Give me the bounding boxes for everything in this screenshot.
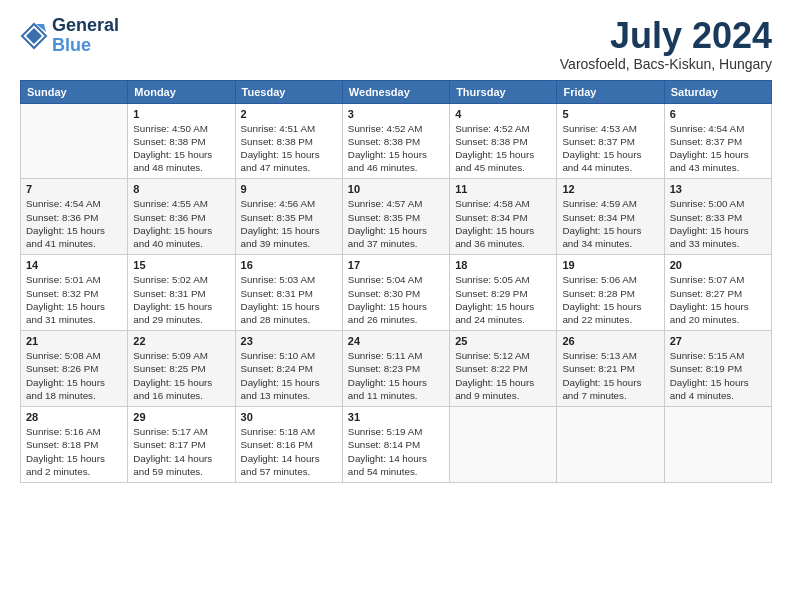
day-info: Sunrise: 5:18 AMSunset: 8:16 PMDaylight:… (241, 425, 337, 478)
cell-week1-day3: 2Sunrise: 4:51 AMSunset: 8:38 PMDaylight… (235, 103, 342, 179)
day-info: Sunrise: 5:00 AMSunset: 8:33 PMDaylight:… (670, 197, 766, 250)
day-number: 10 (348, 183, 444, 195)
day-info: Sunrise: 4:51 AMSunset: 8:38 PMDaylight:… (241, 122, 337, 175)
cell-week2-day7: 13Sunrise: 5:00 AMSunset: 8:33 PMDayligh… (664, 179, 771, 255)
day-number: 5 (562, 108, 658, 120)
cell-week2-day5: 11Sunrise: 4:58 AMSunset: 8:34 PMDayligh… (450, 179, 557, 255)
day-number: 12 (562, 183, 658, 195)
day-info: Sunrise: 5:15 AMSunset: 8:19 PMDaylight:… (670, 349, 766, 402)
logo: GeneralBlue (20, 16, 119, 56)
week-row-5: 28Sunrise: 5:16 AMSunset: 8:18 PMDayligh… (21, 407, 772, 483)
cell-week5-day1: 28Sunrise: 5:16 AMSunset: 8:18 PMDayligh… (21, 407, 128, 483)
subtitle: Varosfoeld, Bacs-Kiskun, Hungary (560, 56, 772, 72)
day-number: 26 (562, 335, 658, 347)
day-number: 4 (455, 108, 551, 120)
cell-week4-day2: 22Sunrise: 5:09 AMSunset: 8:25 PMDayligh… (128, 331, 235, 407)
day-number: 29 (133, 411, 229, 423)
cell-week2-day3: 9Sunrise: 4:56 AMSunset: 8:35 PMDaylight… (235, 179, 342, 255)
cell-week5-day5 (450, 407, 557, 483)
day-info: Sunrise: 5:09 AMSunset: 8:25 PMDaylight:… (133, 349, 229, 402)
cell-week1-day2: 1Sunrise: 4:50 AMSunset: 8:38 PMDaylight… (128, 103, 235, 179)
day-info: Sunrise: 5:01 AMSunset: 8:32 PMDaylight:… (26, 273, 122, 326)
col-header-friday: Friday (557, 80, 664, 103)
day-number: 24 (348, 335, 444, 347)
cell-week4-day5: 25Sunrise: 5:12 AMSunset: 8:22 PMDayligh… (450, 331, 557, 407)
logo-text: GeneralBlue (52, 16, 119, 56)
day-info: Sunrise: 5:10 AMSunset: 8:24 PMDaylight:… (241, 349, 337, 402)
day-number: 16 (241, 259, 337, 271)
col-header-sunday: Sunday (21, 80, 128, 103)
day-number: 19 (562, 259, 658, 271)
cell-week2-day6: 12Sunrise: 4:59 AMSunset: 8:34 PMDayligh… (557, 179, 664, 255)
cell-week3-day1: 14Sunrise: 5:01 AMSunset: 8:32 PMDayligh… (21, 255, 128, 331)
day-info: Sunrise: 5:11 AMSunset: 8:23 PMDaylight:… (348, 349, 444, 402)
day-number: 13 (670, 183, 766, 195)
day-number: 17 (348, 259, 444, 271)
day-info: Sunrise: 5:13 AMSunset: 8:21 PMDaylight:… (562, 349, 658, 402)
day-number: 8 (133, 183, 229, 195)
day-number: 14 (26, 259, 122, 271)
cell-week3-day5: 18Sunrise: 5:05 AMSunset: 8:29 PMDayligh… (450, 255, 557, 331)
cell-week4-day6: 26Sunrise: 5:13 AMSunset: 8:21 PMDayligh… (557, 331, 664, 407)
cell-week4-day7: 27Sunrise: 5:15 AMSunset: 8:19 PMDayligh… (664, 331, 771, 407)
cell-week2-day1: 7Sunrise: 4:54 AMSunset: 8:36 PMDaylight… (21, 179, 128, 255)
cell-week1-day1 (21, 103, 128, 179)
col-header-tuesday: Tuesday (235, 80, 342, 103)
cell-week1-day4: 3Sunrise: 4:52 AMSunset: 8:38 PMDaylight… (342, 103, 449, 179)
day-number: 27 (670, 335, 766, 347)
cell-week3-day4: 17Sunrise: 5:04 AMSunset: 8:30 PMDayligh… (342, 255, 449, 331)
day-number: 15 (133, 259, 229, 271)
day-info: Sunrise: 5:16 AMSunset: 8:18 PMDaylight:… (26, 425, 122, 478)
col-header-thursday: Thursday (450, 80, 557, 103)
cell-week4-day1: 21Sunrise: 5:08 AMSunset: 8:26 PMDayligh… (21, 331, 128, 407)
cell-week3-day2: 15Sunrise: 5:02 AMSunset: 8:31 PMDayligh… (128, 255, 235, 331)
cell-week4-day4: 24Sunrise: 5:11 AMSunset: 8:23 PMDayligh… (342, 331, 449, 407)
day-number: 7 (26, 183, 122, 195)
col-header-saturday: Saturday (664, 80, 771, 103)
day-number: 11 (455, 183, 551, 195)
cell-week3-day6: 19Sunrise: 5:06 AMSunset: 8:28 PMDayligh… (557, 255, 664, 331)
calendar-header-row: SundayMondayTuesdayWednesdayThursdayFrid… (21, 80, 772, 103)
day-info: Sunrise: 5:12 AMSunset: 8:22 PMDaylight:… (455, 349, 551, 402)
day-info: Sunrise: 5:05 AMSunset: 8:29 PMDaylight:… (455, 273, 551, 326)
cell-week5-day2: 29Sunrise: 5:17 AMSunset: 8:17 PMDayligh… (128, 407, 235, 483)
main-title: July 2024 (560, 16, 772, 56)
day-number: 21 (26, 335, 122, 347)
cell-week1-day7: 6Sunrise: 4:54 AMSunset: 8:37 PMDaylight… (664, 103, 771, 179)
day-info: Sunrise: 5:06 AMSunset: 8:28 PMDaylight:… (562, 273, 658, 326)
day-number: 28 (26, 411, 122, 423)
page: GeneralBlue July 2024 Varosfoeld, Bacs-K… (0, 0, 792, 612)
day-info: Sunrise: 4:53 AMSunset: 8:37 PMDaylight:… (562, 122, 658, 175)
day-info: Sunrise: 5:07 AMSunset: 8:27 PMDaylight:… (670, 273, 766, 326)
day-info: Sunrise: 4:57 AMSunset: 8:35 PMDaylight:… (348, 197, 444, 250)
day-info: Sunrise: 4:58 AMSunset: 8:34 PMDaylight:… (455, 197, 551, 250)
calendar-table: SundayMondayTuesdayWednesdayThursdayFrid… (20, 80, 772, 483)
day-info: Sunrise: 5:03 AMSunset: 8:31 PMDaylight:… (241, 273, 337, 326)
week-row-3: 14Sunrise: 5:01 AMSunset: 8:32 PMDayligh… (21, 255, 772, 331)
col-header-wednesday: Wednesday (342, 80, 449, 103)
day-number: 23 (241, 335, 337, 347)
week-row-2: 7Sunrise: 4:54 AMSunset: 8:36 PMDaylight… (21, 179, 772, 255)
day-info: Sunrise: 5:08 AMSunset: 8:26 PMDaylight:… (26, 349, 122, 402)
day-info: Sunrise: 4:50 AMSunset: 8:38 PMDaylight:… (133, 122, 229, 175)
day-number: 6 (670, 108, 766, 120)
day-info: Sunrise: 4:52 AMSunset: 8:38 PMDaylight:… (455, 122, 551, 175)
cell-week3-day3: 16Sunrise: 5:03 AMSunset: 8:31 PMDayligh… (235, 255, 342, 331)
cell-week4-day3: 23Sunrise: 5:10 AMSunset: 8:24 PMDayligh… (235, 331, 342, 407)
day-info: Sunrise: 4:56 AMSunset: 8:35 PMDaylight:… (241, 197, 337, 250)
title-block: July 2024 Varosfoeld, Bacs-Kiskun, Hunga… (560, 16, 772, 72)
calendar-body: 1Sunrise: 4:50 AMSunset: 8:38 PMDaylight… (21, 103, 772, 482)
cell-week2-day2: 8Sunrise: 4:55 AMSunset: 8:36 PMDaylight… (128, 179, 235, 255)
day-number: 9 (241, 183, 337, 195)
day-info: Sunrise: 5:02 AMSunset: 8:31 PMDaylight:… (133, 273, 229, 326)
logo-icon (20, 22, 48, 50)
day-number: 30 (241, 411, 337, 423)
day-number: 1 (133, 108, 229, 120)
day-number: 31 (348, 411, 444, 423)
day-number: 2 (241, 108, 337, 120)
day-number: 25 (455, 335, 551, 347)
day-info: Sunrise: 5:04 AMSunset: 8:30 PMDaylight:… (348, 273, 444, 326)
day-number: 18 (455, 259, 551, 271)
cell-week5-day4: 31Sunrise: 5:19 AMSunset: 8:14 PMDayligh… (342, 407, 449, 483)
day-info: Sunrise: 4:55 AMSunset: 8:36 PMDaylight:… (133, 197, 229, 250)
